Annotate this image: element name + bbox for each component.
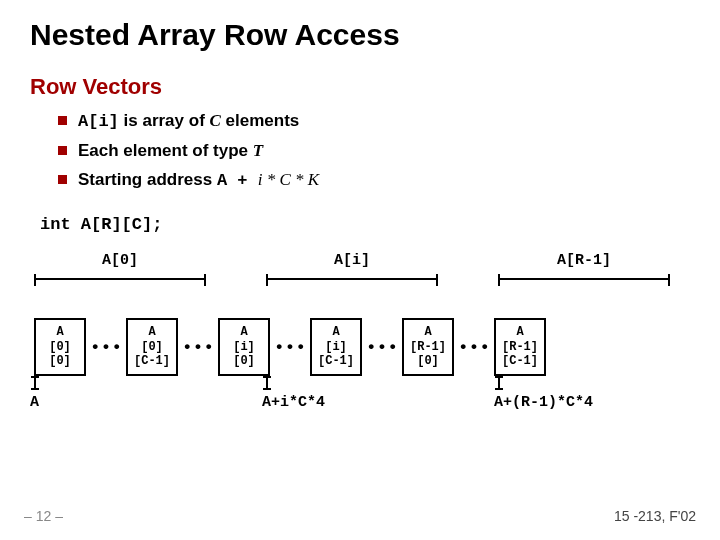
box: A [0] [0] xyxy=(34,318,86,376)
ellipsis-icon: • • • xyxy=(178,318,218,376)
bullet-2: Each element of type T xyxy=(58,140,690,163)
box: A [i] [C-1] xyxy=(310,318,362,376)
course-tag: 15 -213, F'02 xyxy=(614,508,696,524)
bullet-1: A[i] is array of C elements xyxy=(58,110,690,134)
group-label-0: A[0] xyxy=(34,252,206,274)
box: A [R-1] [0] xyxy=(402,318,454,376)
section-heading: Row Vectors xyxy=(30,74,690,100)
group-label-i: A[i] xyxy=(266,252,438,274)
ellipsis-icon: • • • xyxy=(454,318,494,376)
box: A [i] [0] xyxy=(218,318,270,376)
ellipsis-icon: • • • xyxy=(270,318,310,376)
bracket-0 xyxy=(34,274,206,286)
cell-r: A [R-1] [0] • • • A [R-1] [C-1] xyxy=(402,318,546,376)
bracket-i xyxy=(266,274,438,286)
bullet-1-code: A[i] xyxy=(78,112,119,131)
group-label-r: A[R-1] xyxy=(498,252,670,274)
address-i: A+i*C*4 xyxy=(262,394,325,411)
box: A [0] [C-1] xyxy=(126,318,178,376)
address-r: A+(R-1)*C*4 xyxy=(494,394,593,411)
address-0: A xyxy=(30,394,39,411)
cell-i: A [i] [0] • • • A [i] [C-1] xyxy=(218,318,362,376)
ellipsis-icon: • • • xyxy=(86,318,126,376)
page-title: Nested Array Row Access xyxy=(30,18,690,52)
page-number: – 12 – xyxy=(24,508,63,524)
bullet-list: A[i] is array of C elements Each element… xyxy=(30,110,690,193)
bracket-r xyxy=(498,274,670,286)
tick-icon xyxy=(266,376,268,390)
ellipsis-icon: • • • xyxy=(362,318,402,376)
cell-0-0: A [0] [0] • • • A [0] [C-1] xyxy=(34,318,178,376)
box: A [R-1] [C-1] xyxy=(494,318,546,376)
memory-diagram: A[0] A[i] A[R-1] A [0] [0] • • • A [0] xyxy=(34,252,704,427)
tick-icon xyxy=(498,376,500,390)
bullet-3: Starting address A + i * C * K xyxy=(58,169,690,193)
tick-icon xyxy=(34,376,36,390)
array-declaration: int A[R][C]; xyxy=(40,215,690,234)
